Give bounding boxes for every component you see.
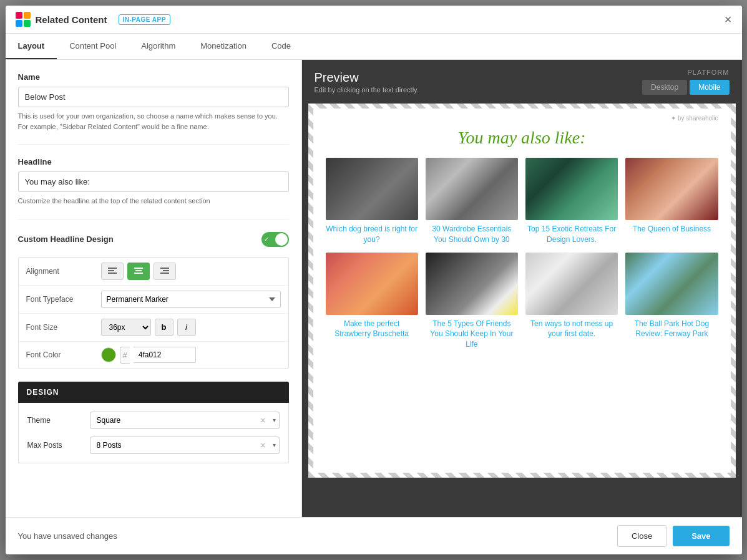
design-section-body: Theme Square Round × ▾: [18, 403, 289, 463]
align-left-button[interactable]: [101, 263, 124, 280]
headline-label: Headline: [18, 157, 289, 167]
svg-rect-1: [108, 270, 114, 271]
article-card[interactable]: Make the perfect Strawberry Bruschetta: [326, 253, 418, 350]
article-title: Make the perfect Strawberry Bruschetta: [326, 319, 418, 340]
name-label: Name: [18, 72, 289, 82]
font-typeface-control: Permanent Marker: [101, 291, 281, 308]
font-color-label: Font Color: [26, 350, 101, 359]
right-panel: Preview Edit by clicking on the text dir…: [302, 60, 742, 517]
article-card[interactable]: Ten ways to not mess up your first date.: [525, 253, 618, 350]
custom-headline-label: Custom Headline Design: [18, 234, 114, 244]
font-typeface-label: Font Typeface: [26, 295, 101, 304]
color-swatch[interactable]: [101, 347, 116, 362]
modal-title: Related Content: [36, 14, 107, 25]
max-posts-clear-icon[interactable]: ×: [260, 440, 265, 450]
tab-algorithm[interactable]: Algorithm: [129, 34, 188, 59]
article-image: [625, 253, 718, 315]
article-title: 30 Wardrobe Essentials You Should Own by…: [426, 224, 518, 245]
article-card[interactable]: Which dog breed is right for you?: [326, 158, 418, 245]
svg-rect-3: [134, 268, 143, 269]
svg-rect-8: [160, 273, 169, 274]
tab-content-pool[interactable]: Content Pool: [57, 34, 129, 59]
custom-headline-toggle[interactable]: [261, 232, 289, 247]
preview-content: ✦ by shareaholic You may also like: Whic…: [308, 104, 736, 478]
tab-layout[interactable]: Layout: [6, 34, 57, 59]
alignment-label: Alignment: [26, 267, 101, 276]
font-size-select[interactable]: 36px: [101, 319, 151, 336]
article-card[interactable]: The Queen of Business: [625, 158, 718, 245]
article-image: [426, 158, 518, 220]
modal-body: Name This is used for your own organizat…: [6, 60, 742, 517]
design-section-header: DESIGN: [18, 382, 289, 403]
left-panel: Name This is used for your own organizat…: [6, 60, 302, 517]
headline-section: Headline Customize the headline at the t…: [18, 157, 289, 206]
article-title: The Ball Park Hot Dog Review: Fenway Par…: [625, 319, 718, 340]
article-title: Which dog breed is right for you?: [326, 224, 418, 245]
align-center-button[interactable]: [127, 263, 150, 280]
articles-grid: Which dog breed is right for you?30 Ward…: [326, 158, 718, 350]
article-title: The 5 Types Of Friends You Should Keep I…: [426, 319, 518, 350]
mobile-button[interactable]: Mobile: [690, 80, 729, 95]
article-title: The Queen of Business: [625, 224, 718, 234]
tab-monetization[interactable]: Monetization: [188, 34, 259, 59]
headline-input[interactable]: [18, 171, 289, 192]
modal: Related Content IN-PAGE APP × Layout Con…: [6, 6, 742, 554]
close-button[interactable]: ×: [725, 13, 732, 26]
max-posts-label: Max Posts: [27, 441, 90, 450]
max-posts-select-wrapper: 8 Posts 4 Posts 6 Posts × ▾: [90, 437, 280, 454]
theme-clear-icon[interactable]: ×: [260, 415, 265, 425]
article-card[interactable]: The 5 Types Of Friends You Should Keep I…: [426, 253, 518, 350]
save-button[interactable]: Save: [673, 526, 729, 546]
italic-button[interactable]: i: [177, 319, 196, 336]
preview-header: Preview Edit by clicking on the text dir…: [302, 60, 742, 104]
custom-headline-toggle-row: Custom Headline Design: [18, 232, 289, 247]
alignment-row: Alignment: [19, 258, 288, 286]
modal-footer: You have unsaved changes Close Save: [6, 517, 742, 554]
svg-rect-2: [108, 273, 117, 274]
svg-rect-0: [108, 268, 117, 269]
platform-buttons: Desktop Mobile: [642, 80, 729, 95]
article-title: Top 15 Exotic Retreats For Design Lovers…: [525, 224, 618, 245]
color-input[interactable]: [134, 347, 196, 363]
font-size-control: 36px b i: [101, 319, 281, 336]
logo-icon: [16, 12, 31, 27]
max-posts-select[interactable]: 8 Posts 4 Posts 6 Posts: [90, 437, 280, 454]
svg-rect-4: [135, 270, 142, 271]
design-section: DESIGN Theme Square Round × ▾: [18, 382, 289, 463]
font-typeface-row: Font Typeface Permanent Marker: [19, 286, 288, 314]
font-typeface-select[interactable]: Permanent Marker: [101, 291, 281, 308]
theme-select[interactable]: Square Round: [90, 412, 280, 429]
name-section: Name This is used for your own organizat…: [18, 72, 289, 132]
article-image: [326, 253, 418, 315]
theme-label: Theme: [27, 416, 90, 425]
svg-rect-7: [163, 270, 169, 271]
app-logo: Related Content IN-PAGE APP: [16, 12, 170, 27]
font-size-label: Font Size: [26, 323, 101, 332]
tab-code[interactable]: Code: [259, 34, 303, 59]
headline-design-table: Alignment: [18, 257, 289, 369]
unsaved-message: You have unsaved changes: [18, 531, 117, 541]
related-headline[interactable]: You may also like:: [326, 128, 718, 148]
preview-title-block: Preview Edit by clicking on the text dir…: [315, 70, 419, 94]
font-color-row: Font Color #: [19, 342, 288, 369]
article-image: [625, 158, 718, 220]
name-input[interactable]: [18, 87, 289, 107]
font-size-row: Font Size 36px b i: [19, 314, 288, 342]
article-card[interactable]: 30 Wardrobe Essentials You Should Own by…: [426, 158, 518, 245]
hash-symbol: #: [120, 347, 130, 364]
article-card[interactable]: The Ball Park Hot Dog Review: Fenway Par…: [625, 253, 718, 350]
max-posts-row: Max Posts 8 Posts 4 Posts 6 Posts × ▾: [27, 437, 280, 454]
bold-button[interactable]: b: [155, 319, 173, 336]
article-card[interactable]: Top 15 Exotic Retreats For Design Lovers…: [525, 158, 618, 245]
desktop-button[interactable]: Desktop: [642, 80, 687, 95]
article-image: [326, 158, 418, 220]
font-color-control: #: [101, 347, 281, 364]
align-right-button[interactable]: [154, 263, 176, 280]
close-button-footer[interactable]: Close: [617, 525, 666, 547]
article-image: [525, 158, 618, 220]
modal-overlay: Related Content IN-PAGE APP × Layout Con…: [0, 0, 747, 560]
shareaholic-badge: ✦ by shareaholic: [326, 115, 718, 122]
tabs-bar: Layout Content Pool Algorithm Monetizati…: [6, 34, 742, 60]
platform-label: PLATFORM: [687, 69, 729, 76]
name-description: This is used for your own organization, …: [18, 111, 289, 132]
